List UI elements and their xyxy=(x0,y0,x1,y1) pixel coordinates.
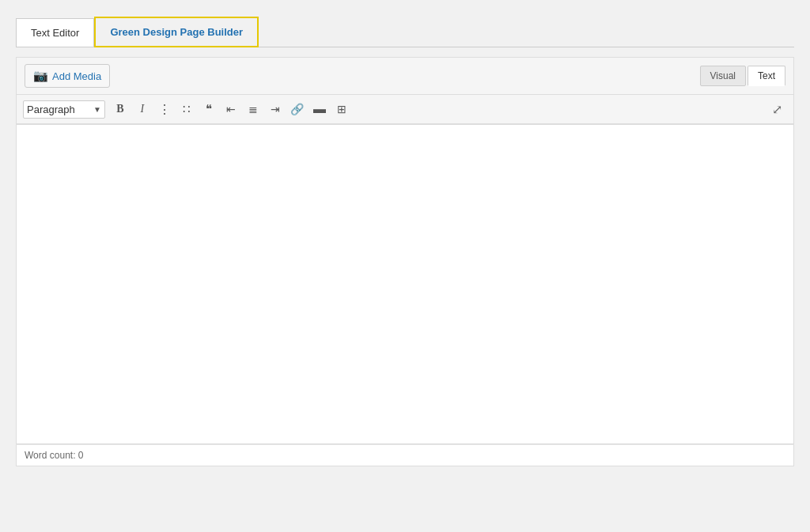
align-justify-icon: ▬ xyxy=(313,102,326,116)
paragraph-select-wrap[interactable]: Paragraph Heading 1 Heading 2 Heading 3 … xyxy=(23,100,105,119)
table-icon: ⊞ xyxy=(337,103,346,115)
toolbar-area: 📷 Add Media Visual Text Paragraph Headin… xyxy=(16,57,794,124)
insert-table-button[interactable]: ⊞ xyxy=(331,99,352,119)
editor-content-area xyxy=(16,124,794,444)
tabs-row: Text Editor Green Design Page Builder xyxy=(16,16,794,47)
blockquote-icon: ❝ xyxy=(206,102,212,116)
blockquote-button[interactable]: ❝ xyxy=(199,99,219,119)
ordered-list-button[interactable]: ∷ xyxy=(176,99,197,119)
word-count-label: Word count: 0 xyxy=(25,450,83,461)
editor-textarea[interactable] xyxy=(17,125,793,441)
align-center-button[interactable]: ≣ xyxy=(243,99,263,119)
align-right-icon: ⇥ xyxy=(271,103,280,115)
visual-text-tabs: Visual Text xyxy=(700,66,785,86)
add-media-row: 📷 Add Media Visual Text xyxy=(17,58,793,95)
insert-link-button[interactable]: 🔗 xyxy=(287,99,308,119)
tab-text[interactable]: Text xyxy=(748,66,785,86)
align-right-button[interactable]: ⇥ xyxy=(265,99,286,119)
align-left-button[interactable]: ⇤ xyxy=(221,99,241,119)
italic-icon: I xyxy=(141,103,145,115)
add-media-icon: 📷 xyxy=(33,69,48,83)
tab-visual[interactable]: Visual xyxy=(700,66,746,86)
bold-icon: B xyxy=(116,103,123,115)
format-toolbar: Paragraph Heading 1 Heading 2 Heading 3 … xyxy=(17,95,793,124)
align-center-icon: ≣ xyxy=(248,103,258,115)
tab-text-editor[interactable]: Text Editor xyxy=(16,18,94,47)
tab-page-builder[interactable]: Green Design Page Builder xyxy=(94,17,259,47)
align-left-icon: ⇤ xyxy=(226,103,236,115)
select-arrow-icon: ▼ xyxy=(90,105,104,114)
bold-button[interactable]: B xyxy=(110,99,131,119)
add-media-label: Add Media xyxy=(52,70,101,82)
italic-button[interactable]: I xyxy=(132,99,153,119)
ordered-list-icon: ∷ xyxy=(183,102,191,116)
word-count-bar: Word count: 0 xyxy=(16,444,794,466)
unordered-list-button[interactable]: ⋮ xyxy=(154,99,175,119)
fullscreen-icon: ⤢ xyxy=(772,102,782,117)
editor-container: Text Editor Green Design Page Builder 📷 … xyxy=(16,16,794,466)
unordered-list-icon: ⋮ xyxy=(158,102,171,117)
paragraph-select[interactable]: Paragraph Heading 1 Heading 2 Heading 3 … xyxy=(24,101,90,118)
add-media-button[interactable]: 📷 Add Media xyxy=(25,64,110,88)
align-justify-button[interactable]: ▬ xyxy=(309,99,330,119)
fullscreen-button[interactable]: ⤢ xyxy=(766,99,787,119)
link-icon: 🔗 xyxy=(290,103,304,115)
